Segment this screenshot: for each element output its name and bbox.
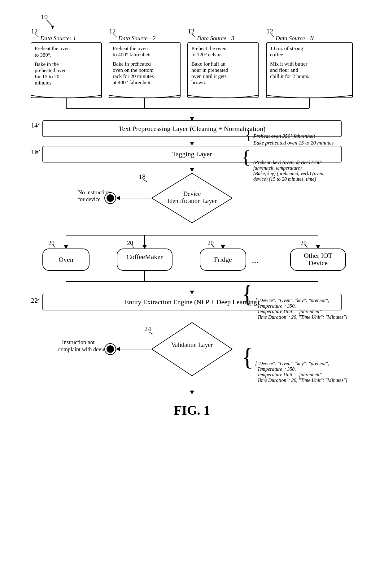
entity-ann-1: ["Device": "Oven", "key": "preheat", xyxy=(255,298,329,303)
tagging-arrowhead xyxy=(190,168,194,172)
validation-down-arrowhead xyxy=(190,391,194,394)
ds3-ref: 12 xyxy=(188,27,194,35)
no-instr-arrowhead xyxy=(116,196,120,200)
ds2-text-5: rack for 20 minutes xyxy=(113,73,154,79)
no-instruction-label-2: for device xyxy=(78,196,100,202)
d3-arrowhead xyxy=(221,245,225,249)
ref-10-label: 10 xyxy=(41,13,48,21)
preproc-ann-2: Bake preheated oven 15 to 20 minutes xyxy=(253,140,334,146)
preproc-arrowhead xyxy=(190,142,194,145)
d1-arrowhead xyxy=(64,245,68,249)
ds3-text-3: Bake for half an xyxy=(191,61,225,67)
coffeemaker-label-1: CoffeeMaker xyxy=(127,253,163,261)
deviceid-label-1: Device xyxy=(183,190,201,197)
dsN-label: Data Source - N xyxy=(275,35,314,41)
dsN-text-1: 1.6 oz of strong xyxy=(270,45,303,51)
ds3-text-6: brown. xyxy=(191,80,206,85)
d4-arrowhead xyxy=(316,245,320,249)
ds1-text-1: Preheat the oven xyxy=(35,45,70,51)
other-iot-label-2: Device xyxy=(308,259,328,267)
deviceid-ref: 18 xyxy=(139,173,146,180)
ds3-label: Data Source - 3 xyxy=(197,35,234,41)
d2-arrowhead xyxy=(142,245,147,249)
validation-diamond xyxy=(152,322,232,376)
gather-arrowhead xyxy=(190,117,194,121)
tagging-ann-3: (Bake, key) (preheated, verb) (oven, xyxy=(253,171,325,176)
tagging-ann-4: device) (15 to 20 minutes, time) xyxy=(253,176,316,182)
ds2-text-6: at 400° fahrenheit. xyxy=(113,80,152,85)
devices-dots: ... xyxy=(252,255,259,265)
ds3-text-4: hour in preheated xyxy=(191,67,228,73)
instr-not-arrowhead xyxy=(116,347,120,351)
ds1-text-2: to 350°. xyxy=(35,52,51,58)
terminal-2-inner xyxy=(107,345,114,353)
ref-10-arrow xyxy=(46,20,53,26)
oven-label: Oven xyxy=(59,256,73,263)
entity-brace: { xyxy=(242,280,253,307)
entity-ann-4: "Time Duration": 20, "Time Unit": "Minut… xyxy=(255,314,347,320)
no-instruction-label: No instruction xyxy=(78,189,110,196)
final-ann-2: "Temperature": 350, xyxy=(255,366,296,372)
deviceid-label-2: Identification Layer xyxy=(167,197,217,205)
ds3-text-1: Preheat the oven xyxy=(191,45,227,51)
dsN-text-6: ... xyxy=(270,83,274,89)
dsN-text-5: chill it for 2 hours. xyxy=(270,73,309,79)
ds1-ref: 12 xyxy=(31,27,38,35)
ds1-text-3: Bake in the xyxy=(35,61,59,67)
preproc-ann-1: Preheat oven 350° fahrenheit xyxy=(253,133,316,139)
ds2-text-1: Preheat the oven xyxy=(113,45,148,51)
fridge-label: Fridge xyxy=(214,256,232,263)
instr-not-label-2: complaint with device xyxy=(58,346,108,352)
final-ann-4: "Time Duration": 20, "Time Unit": "Minut… xyxy=(255,378,347,383)
validation-ref: 24 xyxy=(144,325,151,333)
ds1-text-7: ... xyxy=(35,87,39,93)
ds2-text-7: ... xyxy=(113,87,117,93)
other-iot-label-1: Other IOT xyxy=(304,252,333,259)
preprocessing-label: Text Preprocessing Layer (Cleaning + Nor… xyxy=(119,125,266,132)
tagging-label: Tagging Layer xyxy=(172,150,212,158)
final-ann-3: "Temperature Unit": "fahrenheit" xyxy=(255,372,322,378)
entity-ann-3: "Temperature Unit": "fahrenheit" xyxy=(255,309,322,314)
entity-extraction-label: Entity Extraction Engine (NLP + Deep Lea… xyxy=(125,298,259,306)
ds3-text-5: oven until it gets xyxy=(191,73,227,79)
validation-label-1: Validation Layer xyxy=(171,341,213,348)
ds1-text-6: minutes. xyxy=(35,80,53,86)
instr-not-label-1: Instruction not xyxy=(62,339,95,345)
ds2-text-3: Bake in preheated xyxy=(113,61,151,67)
dsN-text-4: and flour and xyxy=(270,67,298,73)
final-ann-1: ["Device": "Oven", "key": "preheat", xyxy=(255,361,329,366)
ds1-text-4: preheated oven xyxy=(35,67,67,73)
fig-label: FIG. 1 xyxy=(174,403,210,417)
tagging-ann-1: (Preheat, key) (oven, device) (350° xyxy=(253,160,323,165)
dsN-text-2: coffee. xyxy=(270,52,284,58)
ds2-text-2: to 400° fahrenheit. xyxy=(113,52,152,58)
tagging-ann-2: fahrenheit, temperature) xyxy=(253,165,302,171)
ds1-label: Data Source: 1 xyxy=(40,35,76,41)
entity-ann-2: "Temperature": 350, xyxy=(255,303,296,309)
preproc-brace: { xyxy=(245,127,252,142)
ds2-label: Data Source - 2 xyxy=(118,35,156,41)
ds3-text-7: ... xyxy=(191,87,195,93)
final-brace: { xyxy=(242,343,253,370)
dsN-ref: 12 xyxy=(266,27,273,35)
tagging-brace: { xyxy=(242,147,251,167)
ds1-text-5: for 15 to 20 xyxy=(35,74,59,80)
ref-10-arrowhead xyxy=(51,26,54,29)
ds3-text-2: to 120° celsius. xyxy=(191,52,224,58)
ds2-ref: 12 xyxy=(109,27,116,35)
terminal-1-inner xyxy=(107,194,114,202)
dsN-text-3: Mix it with butter xyxy=(270,61,308,67)
ds2-text-4: oven on the bottom xyxy=(113,67,154,73)
